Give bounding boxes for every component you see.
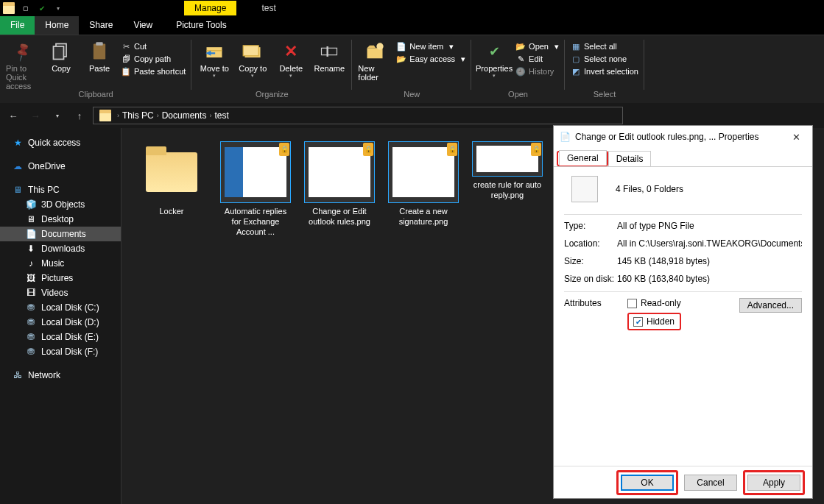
readonly-checkbox-row[interactable]: Read-only: [627, 298, 681, 308]
file-item-folder[interactable]: Locker: [135, 141, 208, 217]
label-size-on-disk: Size on disk:: [564, 274, 617, 284]
sidebar-item-documents[interactable]: 📄Documents: [0, 227, 121, 241]
close-button[interactable]: ✕: [786, 132, 806, 143]
cut-button[interactable]: ✂Cut: [121, 41, 186, 52]
select-none-button[interactable]: ▢Select none: [571, 54, 638, 64]
address-bar[interactable]: › This PC › Documents › test: [93, 107, 623, 124]
dialog-tabs: General Details: [554, 148, 812, 167]
qat-properties-icon[interactable]: ▢: [18, 0, 34, 16]
qat-newfolder-icon[interactable]: ✔: [34, 0, 50, 16]
copy-button[interactable]: Copy: [44, 38, 78, 73]
cancel-button[interactable]: Cancel: [684, 475, 737, 491]
group-label-open: Open: [508, 90, 528, 99]
chevron-right-icon[interactable]: ›: [157, 112, 159, 119]
file-name-label: Change or Edit outlook rules.png: [303, 207, 376, 227]
star-icon: ★: [12, 138, 24, 148]
sidebar-item-videos[interactable]: 🎞Videos: [0, 285, 121, 300]
paste-shortcut-button[interactable]: 📋Paste shortcut: [121, 66, 186, 77]
ribbon-group-new: New folder 📄New item▾ 📂Easy access▾ New: [352, 35, 471, 103]
sidebar-item-3d-objects[interactable]: 🧊3D Objects: [0, 197, 121, 212]
highlight-apply-button: Apply: [743, 470, 805, 495]
file-item-png[interactable]: 🔒 Automatic replies for Exchange Account…: [219, 141, 292, 237]
open-button[interactable]: 📂Open▾: [515, 41, 559, 52]
label-type: Type:: [564, 221, 617, 231]
nav-back-button[interactable]: ←: [4, 107, 22, 124]
edit-button[interactable]: ✎Edit: [515, 54, 559, 64]
cut-icon: ✂: [121, 41, 131, 52]
svg-rect-8: [327, 46, 328, 57]
select-none-icon: ▢: [571, 54, 581, 64]
paste-button[interactable]: Paste: [82, 38, 116, 73]
nav-up-button[interactable]: ↑: [71, 107, 88, 124]
delete-button[interactable]: ✕ Delete▾: [274, 38, 308, 79]
ok-button[interactable]: OK: [621, 475, 674, 491]
sidebar-item-downloads[interactable]: ⬇Downloads: [0, 241, 121, 256]
pin-label: Pin to Quick access: [6, 64, 40, 90]
easy-access-button[interactable]: 📂Easy access▾: [396, 54, 465, 64]
svg-rect-3: [96, 42, 102, 46]
copy-to-button[interactable]: Copy to▾: [236, 38, 270, 79]
hidden-checkbox-row[interactable]: ✔ Hidden: [633, 316, 675, 327]
summary-text: 4 Files, 0 Folders: [616, 184, 683, 194]
dialog-titlebar[interactable]: 📄 Change or Edit outlook rules.png, ... …: [554, 126, 812, 148]
tab-details[interactable]: Details: [608, 151, 652, 166]
tab-picture-tools[interactable]: Picture Tools: [141, 16, 236, 35]
copy-path-button[interactable]: 🗐Copy path: [121, 54, 186, 64]
sidebar-item-this-pc[interactable]: 🖥This PC: [0, 182, 121, 197]
move-to-button[interactable]: Move to▾: [197, 38, 231, 79]
new-item-button[interactable]: 📄New item▾: [396, 41, 465, 52]
value-size: 145 KB (148,918 bytes): [617, 256, 802, 266]
file-item-png[interactable]: 🔒 Change or Edit outlook rules.png: [303, 141, 376, 227]
music-icon: ♪: [25, 258, 37, 269]
navbar: ← → ▾ ↑ › This PC › Documents › test: [0, 103, 824, 128]
apply-button[interactable]: Apply: [747, 475, 800, 491]
context-tab-manage[interactable]: Manage: [184, 1, 236, 15]
crumb-documents[interactable]: Documents: [162, 110, 207, 121]
folder-icon: [136, 141, 207, 203]
sidebar-item-desktop[interactable]: 🖥Desktop: [0, 212, 121, 227]
hidden-checkbox[interactable]: ✔: [633, 317, 643, 327]
app-folder-icon: [3, 2, 15, 14]
history-button[interactable]: 🕘History: [515, 66, 559, 77]
tab-file[interactable]: File: [0, 16, 35, 35]
properties-dialog: 📄 Change or Edit outlook rules.png, ... …: [553, 125, 813, 499]
readonly-label: Read-only: [641, 298, 681, 308]
sidebar-item-network[interactable]: 🖧Network: [0, 368, 121, 383]
ribbon: 📌 Pin to Quick access Copy Paste ✂Cut 🗐C…: [0, 35, 824, 103]
sidebar: ★Quick access ☁OneDrive 🖥This PC 🧊3D Obj…: [0, 128, 122, 504]
nav-recent-button[interactable]: ▾: [49, 107, 66, 124]
qat-customize-icon[interactable]: ▾: [50, 0, 66, 16]
paste-label: Paste: [89, 64, 110, 73]
select-all-button[interactable]: ▦Select all: [571, 41, 638, 52]
readonly-checkbox[interactable]: [627, 299, 637, 308]
edit-icon: ✎: [515, 54, 526, 64]
advanced-button[interactable]: Advanced...: [739, 298, 802, 313]
file-item-png[interactable]: 🔒 create rule for auto reply.png: [471, 141, 544, 201]
sidebar-item-music[interactable]: ♪Music: [0, 256, 121, 271]
tab-share[interactable]: Share: [79, 16, 123, 35]
ribbon-group-open: ✔ Properties▾ 📂Open▾ ✎Edit 🕘History Open: [471, 35, 565, 103]
crumb-this-pc[interactable]: This PC: [122, 110, 154, 121]
tab-general[interactable]: General: [559, 150, 607, 166]
chevron-right-icon[interactable]: ›: [117, 112, 119, 119]
tab-home[interactable]: Home: [35, 16, 79, 35]
sidebar-item-disk-d[interactable]: ⛃Local Disk (D:): [0, 315, 121, 330]
sidebar-item-disk-f[interactable]: ⛃Local Disk (F:): [0, 344, 121, 359]
sidebar-item-pictures[interactable]: 🖼Pictures: [0, 271, 121, 285]
group-label-organize: Organize: [256, 90, 289, 99]
new-folder-button[interactable]: New folder: [358, 38, 392, 82]
rename-button[interactable]: Rename: [312, 38, 346, 73]
sidebar-item-disk-c[interactable]: ⛃Local Disk (C:): [0, 300, 121, 315]
chevron-right-icon[interactable]: ›: [209, 112, 211, 119]
sidebar-item-onedrive[interactable]: ☁OneDrive: [0, 159, 121, 174]
invert-selection-button[interactable]: ◩Invert selection: [571, 66, 638, 77]
documents-icon: 📄: [25, 229, 37, 239]
pin-to-quick-access-button[interactable]: 📌 Pin to Quick access: [6, 38, 40, 90]
group-label-new: New: [404, 90, 420, 99]
properties-button[interactable]: ✔ Properties▾: [477, 38, 511, 79]
nav-forward-button[interactable]: →: [27, 107, 44, 124]
crumb-test[interactable]: test: [214, 110, 228, 121]
sidebar-item-disk-e[interactable]: ⛃Local Disk (E:): [0, 330, 121, 344]
file-item-png[interactable]: 🔒 Create a new signature.png: [387, 141, 460, 227]
sidebar-item-quick-access[interactable]: ★Quick access: [0, 135, 121, 150]
